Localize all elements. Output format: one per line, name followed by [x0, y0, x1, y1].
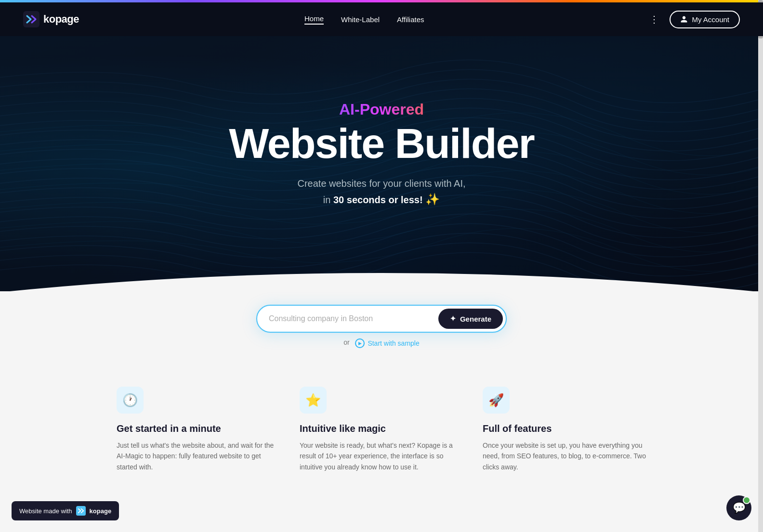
nav-right: ⋮ My Account [649, 11, 740, 28]
chat-icon: 💬 [733, 502, 746, 511]
nav-affiliates[interactable]: Affiliates [397, 15, 424, 24]
hero-content: AI-Powered Website Builder Create websit… [229, 101, 534, 208]
user-icon [680, 15, 688, 23]
footer-logo-text: kopage [90, 507, 112, 511]
more-options-icon[interactable]: ⋮ [649, 13, 660, 25]
generate-button[interactable]: ✦ Generate [438, 309, 503, 329]
feature-desc-3: Once your website is set up, you have ev… [483, 440, 646, 472]
logo[interactable]: kopage [23, 11, 79, 27]
clock-icon: 🕐 [122, 393, 138, 408]
or-text: or [343, 338, 349, 346]
feature-item-2: ⭐ Intuitive like magic Your website is r… [300, 387, 463, 472]
navbar: kopage Home White-Label Affiliates ⋮ My … [0, 2, 763, 36]
sparkle-btn-icon: ✦ [450, 314, 456, 323]
footer-badge: Website made with kopage [12, 501, 119, 511]
feature-icon-1: 🕐 [117, 387, 144, 414]
footer-logo-icon [76, 506, 86, 511]
feature-title-2: Intuitive like magic [300, 423, 463, 434]
footer-badge-text: Website made with [19, 507, 72, 511]
ai-powered-title: AI-Powered [229, 101, 534, 118]
hero-subtitle: Create websites for your clients with AI… [229, 176, 534, 208]
rocket-icon: 🚀 [488, 393, 504, 408]
or-line: or ▶ Start with sample [343, 338, 420, 348]
search-input[interactable] [269, 314, 438, 323]
my-account-label: My Account [692, 15, 729, 24]
nav-whitelabel[interactable]: White-Label [341, 15, 380, 24]
generate-label: Generate [460, 315, 491, 323]
hero-curve [0, 254, 763, 291]
feature-desc-1: Just tell us what's the website about, a… [117, 440, 280, 472]
feature-icon-2: ⭐ [300, 387, 327, 414]
feature-icon-3: 🚀 [483, 387, 510, 414]
website-builder-title: Website Builder [229, 122, 534, 165]
features-grid: 🕐 Get started in a minute Just tell us w… [117, 387, 646, 472]
subtitle-line1: Create websites for your clients with AI… [297, 178, 465, 189]
feature-desc-2: Your website is ready, but what's next? … [300, 440, 463, 472]
nav-home[interactable]: Home [304, 14, 324, 25]
nav-links: Home White-Label Affiliates [304, 14, 424, 25]
start-sample-text: Start with sample [368, 339, 419, 347]
star-icon: ⭐ [305, 393, 321, 408]
feature-item-1: 🕐 Get started in a minute Just tell us w… [117, 387, 280, 472]
hero-section: AI-Powered Website Builder Create websit… [0, 36, 763, 291]
feature-item-3: 🚀 Full of features Once your website is … [483, 387, 646, 472]
feature-title-1: Get started in a minute [117, 423, 280, 434]
logo-text: kopage [43, 13, 79, 26]
play-icon: ▶ [355, 338, 365, 348]
search-box: ✦ Generate [256, 305, 507, 333]
logo-icon [23, 11, 39, 27]
svg-rect-2 [76, 506, 86, 511]
subtitle-bold: 30 seconds or less! [333, 195, 423, 205]
search-section: ✦ Generate or ▶ Start with sample [0, 290, 763, 358]
feature-title-3: Full of features [483, 423, 646, 434]
sparkle-icon: ✨ [425, 193, 440, 206]
my-account-button[interactable]: My Account [670, 11, 740, 28]
features-section: 🕐 Get started in a minute Just tell us w… [0, 358, 763, 511]
start-sample-link[interactable]: ▶ Start with sample [355, 338, 419, 348]
